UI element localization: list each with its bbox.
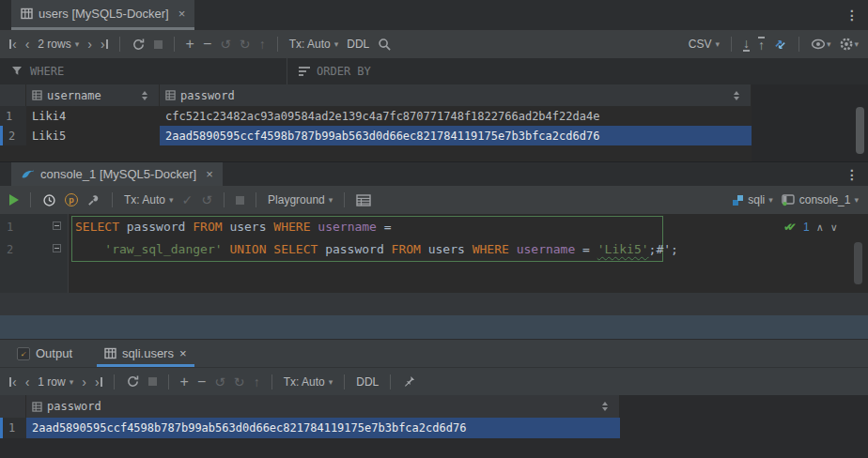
kebab-menu-icon[interactable]: ⋮ — [836, 8, 868, 23]
table-icon — [104, 347, 116, 359]
table-row[interactable]: 1 2aad5890595ccf4598b787b99ab563d0d66ec8… — [0, 418, 868, 438]
stop-icon — [148, 377, 157, 386]
kebab-menu-icon[interactable]: ⋮ — [836, 167, 868, 182]
search-icon[interactable] — [378, 38, 392, 52]
session-switcher[interactable]: console_1▾ — [782, 193, 859, 206]
playground-dropdown[interactable]: Playground▾ — [268, 193, 333, 206]
column-header-password[interactable]: password — [26, 395, 620, 418]
commit-icon: ↺ — [240, 38, 251, 51]
close-icon[interactable]: × — [179, 346, 187, 360]
cell-username[interactable]: Liki4 — [26, 106, 160, 126]
rollback-icon: ↺ — [201, 193, 212, 206]
sort-icon[interactable] — [142, 91, 147, 100]
wrench-icon[interactable] — [86, 193, 101, 207]
sort-icon[interactable] — [602, 402, 608, 411]
order-by-label: ORDER BY — [317, 65, 371, 78]
delete-row-button[interactable]: − — [197, 375, 206, 389]
sql-editor[interactable]: 1 2 SELECT password FROM users WHERE use… — [0, 214, 868, 293]
page-size-dropdown[interactable]: 1 row▾ — [38, 375, 73, 389]
grid-toolbar: ‹ ‹ 2 rows▾ › › + − ↺ ↺ ↑ Tx: Auto▾ DDL … — [0, 30, 868, 58]
add-row-button[interactable]: + — [180, 375, 189, 389]
commit-icon: ↺ — [234, 375, 245, 389]
upload-icon[interactable]: ↑ — [758, 37, 765, 52]
sql-line-2[interactable]: 'raw_sql_danger' UNION SELECT password F… — [75, 238, 678, 261]
add-row-button[interactable]: + — [186, 38, 194, 51]
table-row[interactable]: 2 Liki5 2aad5890595ccf4598b787b99ab563d0… — [0, 126, 868, 145]
next-row-button[interactable]: › — [87, 38, 92, 51]
result-view-icon[interactable] — [356, 194, 371, 206]
tool-window-splitter[interactable] — [0, 315, 868, 339]
refresh-icon[interactable] — [126, 374, 140, 389]
editor-scrollbar[interactable] — [854, 242, 862, 284]
tab-output[interactable]: ↓ Output — [8, 340, 82, 367]
next-problem-icon[interactable]: ∨ — [830, 216, 838, 238]
sql-line-1[interactable]: SELECT password FROM users WHERE usernam… — [75, 216, 392, 238]
tx-mode-dropdown[interactable]: Tx: Auto▾ — [124, 193, 174, 206]
revert-icon: ↺ — [220, 38, 231, 51]
where-filter-field[interactable]: WHERE — [0, 58, 75, 84]
sort-icon[interactable] — [734, 91, 739, 100]
line-number: 2 — [7, 238, 13, 261]
gear-icon[interactable]: ▾ — [839, 37, 859, 52]
last-row-button[interactable]: › — [101, 38, 108, 51]
ddl-button[interactable]: DDL — [347, 38, 369, 51]
parameters-icon[interactable]: p — [65, 193, 78, 206]
delete-row-button[interactable]: − — [203, 38, 211, 51]
inspection-indicator[interactable]: ✔✔ 1 ∧ ∨ — [783, 216, 838, 238]
column-icon — [165, 90, 176, 100]
refresh-icon[interactable] — [132, 38, 146, 52]
view-options-icon[interactable]: ▾ — [811, 38, 831, 51]
order-by-field[interactable]: ORDER BY — [287, 58, 382, 84]
first-row-button[interactable]: ‹ — [9, 38, 17, 51]
chevron-down-icon: ▾ — [70, 377, 74, 387]
where-label: WHERE — [30, 65, 64, 78]
previous-row-button[interactable]: ‹ — [25, 375, 30, 389]
cell-password-selected[interactable]: 2aad5890595ccf4598b787b99ab563d0d66ec821… — [160, 126, 752, 145]
run-button[interactable] — [9, 194, 19, 206]
ddl-button[interactable]: DDL — [356, 375, 379, 389]
tab-sqli-users[interactable]: sqli.users × — [95, 340, 196, 367]
sort-lines-icon — [299, 67, 310, 76]
revert-icon: ↺ — [214, 375, 225, 389]
console-splitter-area — [0, 293, 868, 315]
table-row[interactable]: 1 Liki4 cfc521c23482ac93a09584ad2e139c4a… — [0, 106, 868, 126]
chevron-down-icon: ▾ — [329, 195, 333, 205]
console-toolbar: p Tx: Auto▾ ✓ ↺ Playground▾ sqli▾ consol… — [0, 186, 868, 214]
column-header-password[interactable]: password — [160, 84, 752, 106]
result-count-badge: 1 — [803, 216, 810, 238]
first-row-button[interactable]: ‹ — [9, 375, 17, 389]
tx-mode-dropdown[interactable]: Tx: Auto▾ — [284, 375, 333, 389]
download-icon[interactable]: ↓ — [743, 37, 750, 52]
tx-mode-dropdown[interactable]: Tx: Auto▾ — [289, 38, 339, 51]
history-clock-icon[interactable] — [42, 193, 56, 207]
cell-password[interactable]: cfc521c23482ac93a09584ad2e139c4a7fc87077… — [160, 106, 752, 126]
chevron-down-icon: ▾ — [854, 195, 859, 205]
stop-icon — [154, 40, 163, 49]
last-row-button[interactable]: › — [95, 375, 102, 389]
close-icon[interactable]: × — [206, 167, 213, 181]
previous-problem-icon[interactable]: ∧ — [816, 216, 824, 238]
result-data-grid: password 1 2aad5890595ccf4598b787b99ab56… — [0, 395, 868, 458]
mysql-dolphin-icon — [21, 168, 35, 180]
export-format-dropdown[interactable]: CSV▾ — [689, 38, 720, 51]
vertical-scrollbar[interactable] — [856, 107, 864, 154]
editor-gutter: 1 2 — [0, 214, 69, 293]
tab-console-1[interactable]: console_1 [MySQL5-Docker] × — [11, 162, 223, 186]
column-icon — [32, 402, 42, 412]
column-header-username[interactable]: username — [26, 84, 160, 106]
next-row-button[interactable]: › — [82, 375, 86, 389]
schema-switcher[interactable]: sqli▾ — [732, 193, 773, 206]
cell-username[interactable]: Liki5 — [26, 126, 160, 145]
cell-password-selected[interactable]: 2aad5890595ccf4598b787b99ab563d0d66ec821… — [26, 418, 620, 438]
tab-users-table[interactable]: users [MySQL5-Docker] × — [11, 0, 194, 30]
close-icon[interactable]: × — [178, 7, 186, 21]
console-tab-bar: console_1 [MySQL5-Docker] × ⋮ — [0, 161, 868, 186]
chevron-down-icon: ▾ — [169, 195, 174, 205]
page-size-dropdown[interactable]: 2 rows▾ — [38, 38, 79, 51]
previous-row-button[interactable]: ‹ — [25, 38, 30, 51]
fold-marker-icon[interactable] — [53, 244, 61, 252]
fold-marker-icon[interactable] — [53, 221, 61, 230]
compare-icon[interactable] — [773, 38, 787, 52]
pin-icon[interactable] — [402, 374, 416, 389]
line-number: 1 — [7, 216, 13, 238]
